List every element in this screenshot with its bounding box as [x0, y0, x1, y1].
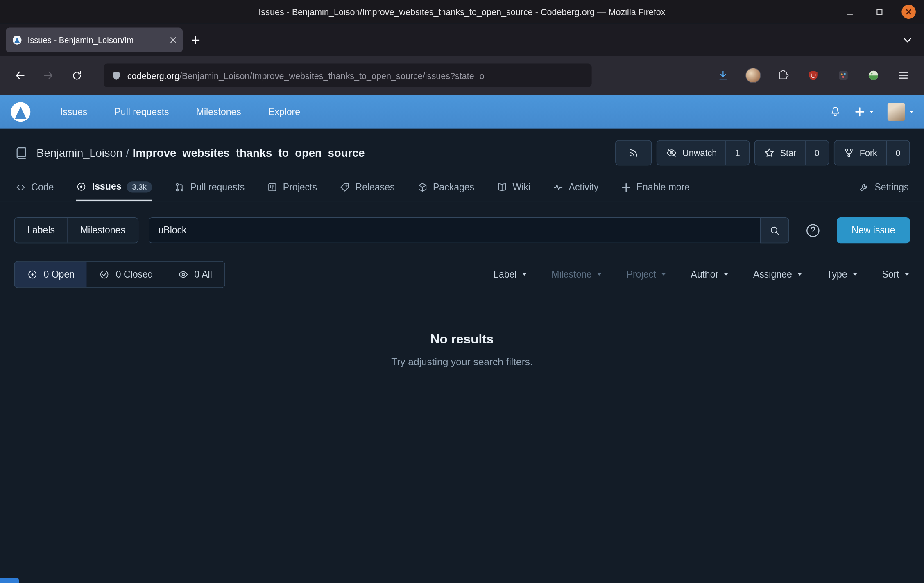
- sort-dropdown[interactable]: Sort: [882, 269, 910, 280]
- create-new-dropdown[interactable]: [854, 106, 874, 117]
- repo-actions: Unwatch 1 Star 0 Fork 0: [615, 140, 910, 165]
- nav-explore[interactable]: Explore: [268, 106, 300, 117]
- browser-tab[interactable]: Issues - Benjamin_Loison/Im: [6, 27, 183, 52]
- extensions-puzzle-icon[interactable]: [773, 66, 793, 86]
- search-input[interactable]: [148, 217, 760, 243]
- labels-button[interactable]: Labels: [15, 218, 67, 242]
- unwatch-button[interactable]: Unwatch 1: [657, 140, 750, 165]
- repo-owner-link[interactable]: Benjamin_Loison: [36, 147, 122, 159]
- milestones-button[interactable]: Milestones: [67, 218, 138, 242]
- fork-label: Fork: [860, 148, 877, 158]
- repo-header: Benjamin_Loison/Improve_websites_thanks_…: [0, 129, 924, 174]
- codeberg-favicon: [12, 34, 23, 45]
- nav-issues[interactable]: Issues: [60, 106, 88, 117]
- breadcrumb-separator: /: [122, 147, 133, 159]
- url-bar[interactable]: codeberg.org/Benjamin_Loison/Improve_web…: [104, 63, 591, 87]
- ublock-origin-icon[interactable]: [803, 66, 823, 86]
- back-button[interactable]: [8, 63, 32, 87]
- tab-packages-label: Packages: [433, 182, 474, 193]
- hamburger-menu-icon[interactable]: [893, 66, 913, 86]
- site-header-right: [829, 103, 915, 120]
- no-results-title: No results: [0, 332, 924, 347]
- closed-count-label: 0 Closed: [116, 269, 153, 280]
- type-dropdown[interactable]: Type: [827, 269, 858, 280]
- search-button[interactable]: [760, 217, 789, 243]
- nav-pull-requests[interactable]: Pull requests: [114, 106, 169, 117]
- repo-name-link[interactable]: Improve_websites_thanks_to_open_source: [133, 147, 365, 159]
- forward-button[interactable]: [36, 63, 60, 87]
- empty-state: No results Try adjusting your search fil…: [0, 332, 924, 368]
- downloads-icon[interactable]: [713, 66, 733, 86]
- nav-milestones[interactable]: Milestones: [196, 106, 241, 117]
- star-button[interactable]: Star 0: [754, 140, 829, 165]
- window-controls: [842, 5, 924, 19]
- tab-activity[interactable]: Activity: [553, 174, 599, 201]
- tab-releases[interactable]: Releases: [340, 174, 395, 201]
- extension-icon-globe[interactable]: [863, 66, 883, 86]
- rss-feed-button[interactable]: [615, 140, 652, 165]
- user-menu[interactable]: [888, 103, 915, 120]
- tab-packages[interactable]: Packages: [417, 174, 474, 201]
- repo-tabs: Code Issues 3.3k Pull requests Projects …: [0, 174, 924, 201]
- watch-count[interactable]: 1: [726, 141, 749, 165]
- fork-count[interactable]: 0: [886, 141, 909, 165]
- site-header: Issues Pull requests Milestones Explore: [0, 95, 924, 129]
- maximize-button[interactable]: [872, 5, 886, 19]
- all-issues-filter[interactable]: 0 All: [165, 262, 224, 287]
- fork-button[interactable]: Fork 0: [833, 140, 910, 165]
- toolbar-icons: [713, 66, 916, 86]
- codeberg-logo[interactable]: [9, 100, 32, 123]
- star-label: Star: [780, 148, 797, 158]
- issue-filter-bar: Labels Milestones New issue: [0, 201, 924, 243]
- issue-state-bar: 0 Open 0 Closed 0 All Label Milestone Pr…: [0, 243, 924, 288]
- project-dropdown[interactable]: Project: [627, 269, 667, 280]
- tab-projects[interactable]: Projects: [267, 174, 317, 201]
- tab-wiki-label: Wiki: [513, 182, 530, 193]
- closed-issues-filter[interactable]: 0 Closed: [87, 262, 165, 287]
- avatar: [745, 68, 761, 83]
- extension-icon-dots[interactable]: [833, 66, 853, 86]
- issues-count-badge: 3.3k: [127, 181, 152, 192]
- search-area: [148, 217, 789, 243]
- assignee-dropdown[interactable]: Assignee: [753, 269, 803, 280]
- firefox-account-avatar[interactable]: [743, 66, 763, 86]
- close-button[interactable]: [901, 5, 916, 19]
- open-issues-filter[interactable]: 0 Open: [15, 262, 87, 287]
- tab-wiki[interactable]: Wiki: [497, 174, 530, 201]
- list-all-tabs-icon[interactable]: [903, 35, 918, 45]
- tab-code[interactable]: Code: [15, 174, 54, 201]
- window-titlebar: Issues - Benjamin_Loison/Improve_website…: [0, 0, 924, 24]
- labels-milestones-switch: Labels Milestones: [14, 217, 138, 243]
- tab-pull-requests[interactable]: Pull requests: [174, 174, 245, 201]
- reload-button[interactable]: [65, 63, 88, 87]
- browser-toolbar: codeberg.org/Benjamin_Loison/Improve_web…: [0, 56, 924, 95]
- all-count-label: 0 All: [194, 269, 212, 280]
- notifications-bell-icon[interactable]: [829, 106, 841, 118]
- new-issue-button[interactable]: New issue: [837, 217, 910, 243]
- tab-issues[interactable]: Issues 3.3k: [76, 174, 152, 201]
- new-tab-button[interactable]: [191, 35, 200, 45]
- user-avatar: [888, 103, 905, 120]
- tab-releases-label: Releases: [356, 182, 395, 193]
- tab-settings-label: Settings: [874, 182, 908, 193]
- firefox-window: Issues - Benjamin_Loison/Improve_website…: [0, 0, 924, 583]
- star-count[interactable]: 0: [805, 141, 829, 165]
- window-title: Issues - Benjamin_Loison/Improve_website…: [0, 7, 924, 17]
- search-help-icon[interactable]: [805, 222, 821, 238]
- url-text: codeberg.org/Benjamin_Loison/Improve_web…: [127, 70, 584, 80]
- tab-projects-label: Projects: [283, 182, 317, 193]
- tab-close-icon[interactable]: [170, 36, 177, 43]
- milestone-dropdown[interactable]: Milestone: [551, 269, 602, 280]
- tab-issues-label: Issues: [92, 181, 122, 192]
- unwatch-label: Unwatch: [682, 148, 717, 158]
- tab-enable-more[interactable]: Enable more: [621, 174, 690, 201]
- open-count-label: 0 Open: [43, 269, 75, 280]
- author-dropdown[interactable]: Author: [691, 269, 729, 280]
- tab-settings[interactable]: Settings: [859, 174, 909, 201]
- dropdown-filters: Label Milestone Project Author Assignee …: [494, 269, 910, 280]
- tracking-protection-shield-icon[interactable]: [111, 70, 121, 81]
- minimize-button[interactable]: [842, 5, 857, 19]
- browser-tabbar: Issues - Benjamin_Loison/Im: [0, 24, 924, 56]
- repository-icon: [14, 146, 29, 160]
- label-dropdown[interactable]: Label: [494, 269, 527, 280]
